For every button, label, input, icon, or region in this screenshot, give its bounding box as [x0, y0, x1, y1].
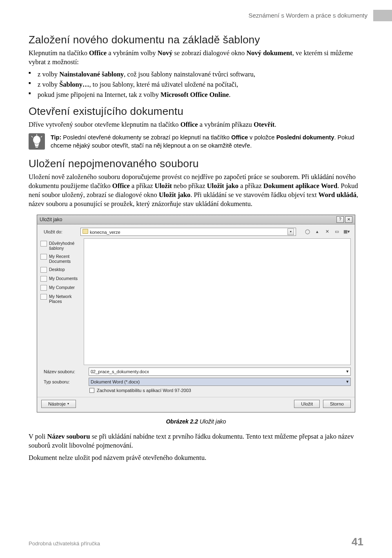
folder-icon — [40, 254, 47, 260]
compat-checkbox-row[interactable]: Zachovat kompatibilitu s aplikací Word 9… — [89, 388, 351, 393]
tip-text: Tip: Poslední otevřené dokumenty se zobr… — [51, 133, 363, 150]
svg-rect-2 — [35, 146, 38, 146]
chapter-title: Seznámení s Wordem a práce s dokumenty — [248, 10, 373, 21]
filetype-combo[interactable]: Dokument Word (*.docx) ▾ — [89, 378, 351, 386]
filename-input[interactable]: 02_prace_s_dokumenty.docx ▾ — [89, 368, 351, 376]
dialog-titlebar[interactable]: Uložit jako ? ✕ — [37, 215, 355, 224]
lightbulb-icon — [29, 133, 45, 150]
dialog-title: Uložit jako — [40, 217, 62, 222]
save-as-dialog: Uložit jako ? ✕ Uložit do: konecna_verze… — [37, 215, 355, 412]
svg-point-1 — [33, 136, 40, 144]
chapter-header: Seznámení s Wordem a práce s dokumenty — [248, 10, 392, 21]
sidebar-item-desktop[interactable]: Desktop — [40, 266, 82, 273]
list-item: pokud jsme připojeni na Internet, tak z … — [29, 90, 363, 99]
para-new-doc-intro: Klepnutím na tlačítko Office a vybráním … — [29, 49, 363, 67]
cancel-button[interactable]: Storno — [323, 400, 351, 408]
footer-book-title: Podrobná uživatelská příručka — [29, 540, 100, 547]
delete-icon[interactable]: ✕ — [323, 228, 331, 236]
heading-open-existing: Otevření existujícího dokumentu — [29, 105, 363, 118]
computer-icon — [40, 285, 47, 291]
bullet-list-templates: z volby Nainstalované šablony, což jsou … — [29, 69, 363, 99]
checkbox-icon[interactable] — [89, 388, 94, 393]
sidebar-item-my-computer[interactable]: My Computer — [40, 284, 82, 291]
dialog-file-listing[interactable] — [84, 238, 351, 365]
header-color-block — [373, 10, 392, 21]
sidebar-item-network[interactable]: My Network Places — [40, 293, 82, 305]
chevron-down-icon[interactable]: ▾ — [287, 229, 294, 235]
figure-caption: Obrázek 2.2 Uložit jako — [29, 418, 363, 425]
para-open-existing: Dříve vytvořený soubor otevřeme klepnutí… — [29, 120, 363, 129]
folder-icon — [40, 241, 47, 247]
tip-block: Tip: Poslední otevřené dokumenty se zobr… — [29, 133, 363, 150]
back-icon[interactable]: ◯ — [303, 228, 312, 236]
list-item: z volby Nainstalované šablony, což jsou … — [29, 69, 363, 79]
svg-rect-3 — [36, 147, 38, 148]
help-icon[interactable]: ? — [336, 216, 344, 223]
save-in-combo[interactable]: konecna_verze ▾ — [80, 228, 296, 236]
tools-button[interactable]: Nástroje▾ — [41, 400, 76, 408]
filetype-label: Typ souboru: — [44, 379, 85, 384]
list-item: z volby Šablony…, to jsou šablony, které… — [29, 80, 363, 89]
network-icon — [40, 294, 47, 300]
heading-new-doc-template: Založení nového dokumentu na základě šab… — [29, 34, 363, 46]
filename-label: Název souboru: — [44, 369, 85, 374]
chevron-down-icon[interactable]: ▾ — [346, 379, 349, 384]
chevron-down-icon: ▾ — [67, 402, 69, 406]
sidebar-item-my-documents[interactable]: My Documents — [40, 275, 82, 282]
folder-icon — [40, 276, 47, 282]
heading-save-unnamed: Uložení nepojmenovaného souboru — [29, 157, 363, 170]
page-footer: Podrobná uživatelská příručka 41 — [29, 536, 363, 548]
page-number: 41 — [352, 536, 363, 548]
para-save-unnamed: Uložení nově založeného souboru doporuču… — [29, 173, 363, 209]
save-button[interactable]: Uložit — [294, 400, 320, 408]
close-icon[interactable]: ✕ — [345, 216, 352, 223]
sidebar-item-recent[interactable]: My Recent Documents — [40, 253, 82, 264]
para-cannot-save-same-name: Dokument nelze uložit pod názvem právě o… — [29, 453, 363, 462]
desktop-icon — [40, 267, 47, 273]
views-icon[interactable]: ▦▾ — [343, 228, 351, 236]
save-in-label: Uložit do: — [44, 229, 76, 234]
new-folder-icon[interactable]: ▭ — [333, 228, 341, 236]
folder-icon — [82, 229, 88, 234]
up-icon[interactable]: ▴ — [313, 228, 321, 236]
sidebar-item-trusted-templates[interactable]: Důvěryhodné šablony — [40, 240, 82, 251]
para-filename-field: V poli Název souboru se při ukládání nab… — [29, 432, 363, 450]
compat-label: Zachovat kompatibilitu s aplikací Word 9… — [97, 388, 191, 393]
page-content: Založení nového dokumentu na základě šab… — [29, 0, 363, 463]
dialog-places-bar: Důvěryhodné šablony My Recent Documents … — [37, 238, 82, 365]
dialog-toolbar: ◯ ▴ ✕ ▭ ▦▾ — [303, 228, 351, 236]
chevron-down-icon[interactable]: ▾ — [346, 369, 349, 374]
